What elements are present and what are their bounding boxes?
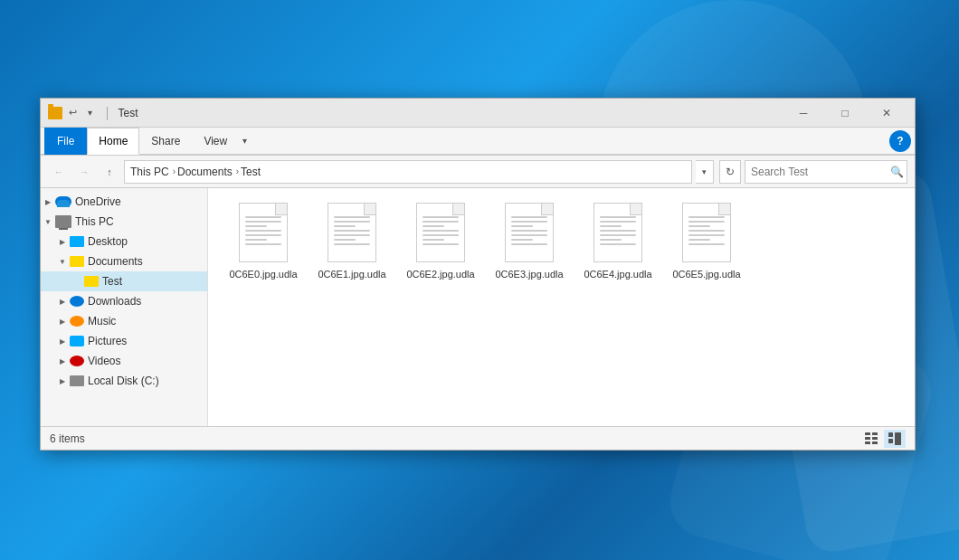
maximize-button[interactable]: □ <box>824 99 866 128</box>
sidebar-item-documents[interactable]: ▼ Documents <box>41 252 207 271</box>
file-item[interactable]: 0C6E1.jpg.udla <box>311 195 393 288</box>
minimize-button[interactable]: ─ <box>783 99 824 128</box>
sidebar-item-pictures[interactable]: ▶ Pictures <box>41 331 207 351</box>
svg-rect-7 <box>895 432 901 445</box>
desktop-icon <box>70 236 84 247</box>
pin-qat-button[interactable]: ▾ <box>82 106 97 120</box>
close-button[interactable]: ✕ <box>866 99 907 128</box>
sidebar-label-videos: Videos <box>88 355 120 367</box>
test-folder-icon <box>84 276 99 287</box>
file-icon <box>505 203 554 262</box>
address-bar: ← → ↑ This PC › Documents › Test ▾ ↻ 🔍 <box>41 156 915 188</box>
file-icon <box>682 203 731 262</box>
file-area: 0C6E0.jpg.udla0C6E1.jpg.udla0C6E2.jpg.ud… <box>208 188 915 426</box>
thispc-icon <box>55 215 71 228</box>
title-bar: ↩ ▾ │ Test ─ □ ✕ <box>41 99 915 128</box>
title-bar-icons: ↩ ▾ <box>48 106 97 120</box>
main-content: ▶ OneDrive ▼ This PC ▶ Desktop ▼ <box>41 188 915 426</box>
search-icon[interactable]: 🔍 <box>890 166 904 178</box>
breadcrumb-this-pc[interactable]: This PC › <box>130 166 177 178</box>
sidebar-item-downloads[interactable]: ▶ Downloads <box>41 291 207 311</box>
sidebar-item-videos[interactable]: ▶ Videos <box>41 351 207 371</box>
tab-share[interactable]: Share <box>139 128 192 155</box>
file-item[interactable]: 0C6E3.jpg.udla <box>489 195 570 288</box>
file-name: 0C6E3.jpg.udla <box>495 268 563 280</box>
sidebar-item-test[interactable]: Test <box>41 271 207 291</box>
tree-toggle-documents[interactable]: ▼ <box>55 254 70 269</box>
folder-qat-icon <box>48 106 62 120</box>
sidebar-label-music: Music <box>88 315 116 327</box>
tree-toggle-music[interactable]: ▶ <box>55 314 70 328</box>
sidebar-label-downloads: Downloads <box>88 295 141 308</box>
sidebar-label-pictures: Pictures <box>88 335 127 347</box>
onedrive-icon <box>55 196 71 207</box>
file-icon <box>416 203 465 262</box>
localdisk-icon <box>70 375 84 386</box>
address-dropdown-button[interactable]: ▾ <box>696 160 714 184</box>
tab-file[interactable]: File <box>44 128 87 155</box>
sidebar-label-onedrive: OneDrive <box>75 195 121 208</box>
window-title: Test <box>119 107 780 119</box>
ribbon-tabs: File Home Share View ▾ ? <box>41 128 915 155</box>
explorer-window: ↩ ▾ │ Test ─ □ ✕ File Home Share View ▾ … <box>40 98 916 451</box>
search-bar[interactable]: 🔍 <box>745 160 907 184</box>
sidebar-label-documents: Documents <box>88 255 143 268</box>
downloads-icon <box>70 296 84 307</box>
svg-rect-1 <box>872 432 878 435</box>
file-icon <box>328 203 376 262</box>
svg-rect-0 <box>865 432 870 435</box>
file-item[interactable]: 0C6E4.jpg.udla <box>577 195 659 288</box>
sidebar-item-desktop[interactable]: ▶ Desktop <box>41 232 207 252</box>
file-name: 0C6E5.jpg.udla <box>672 268 740 280</box>
back-button[interactable]: ← <box>48 161 70 183</box>
breadcrumb-documents[interactable]: Documents › <box>177 166 241 178</box>
details-view-button[interactable] <box>860 430 882 448</box>
svg-rect-6 <box>888 432 893 437</box>
svg-rect-2 <box>865 437 870 440</box>
svg-rect-8 <box>888 439 893 443</box>
videos-icon <box>70 356 84 366</box>
tree-toggle-desktop[interactable]: ▶ <box>55 234 70 249</box>
tree-toggle-downloads[interactable]: ▶ <box>55 294 70 308</box>
documents-icon <box>70 256 84 267</box>
tree-toggle-thispc[interactable]: ▼ <box>41 214 55 229</box>
view-controls <box>860 430 906 448</box>
nav-tree: ▶ OneDrive ▼ This PC ▶ Desktop ▼ <box>41 188 208 426</box>
file-item[interactable]: 0C6E2.jpg.udla <box>400 195 481 288</box>
tree-toggle-pictures[interactable]: ▶ <box>55 334 70 348</box>
search-input[interactable] <box>751 166 887 178</box>
breadcrumb-test[interactable]: Test <box>241 166 261 178</box>
ribbon-expand-button[interactable]: ▾ <box>239 136 251 146</box>
file-name: 0C6E2.jpg.udla <box>406 268 474 280</box>
forward-button[interactable]: → <box>73 161 95 183</box>
title-separator: │ <box>104 107 111 119</box>
refresh-button[interactable]: ↻ <box>719 160 741 184</box>
file-name: 0C6E4.jpg.udla <box>584 268 651 280</box>
file-item[interactable]: 0C6E5.jpg.udla <box>666 195 747 288</box>
large-icons-view-button[interactable] <box>884 430 906 448</box>
up-button[interactable]: ↑ <box>99 161 120 183</box>
sidebar-label-test: Test <box>102 275 122 288</box>
svg-rect-5 <box>872 441 878 444</box>
ribbon: File Home Share View ▾ ? <box>41 128 915 156</box>
tree-toggle-onedrive[interactable]: ▶ <box>41 195 55 209</box>
sidebar-label-localdisk: Local Disk (C:) <box>88 375 159 387</box>
file-name: 0C6E1.jpg.udla <box>318 268 385 280</box>
tab-home[interactable]: Home <box>87 128 139 155</box>
tree-toggle-localdisk[interactable]: ▶ <box>55 374 70 388</box>
tree-toggle-videos[interactable]: ▶ <box>55 354 70 368</box>
sidebar-item-music[interactable]: ▶ Music <box>41 311 207 331</box>
tab-view[interactable]: View <box>192 128 239 155</box>
window-controls: ─ □ ✕ <box>783 99 907 128</box>
help-button[interactable]: ? <box>889 130 911 152</box>
breadcrumb[interactable]: This PC › Documents › Test <box>124 160 692 184</box>
sidebar-item-localdisk[interactable]: ▶ Local Disk (C:) <box>41 371 207 391</box>
pictures-icon <box>70 336 84 346</box>
status-items-count: 6 items <box>50 432 85 445</box>
file-item[interactable]: 0C6E0.jpg.udla <box>223 195 304 288</box>
status-bar: 6 items <box>41 426 915 450</box>
music-icon <box>70 316 84 327</box>
sidebar-item-onedrive[interactable]: ▶ OneDrive <box>41 192 207 212</box>
sidebar-item-thispc[interactable]: ▼ This PC <box>41 212 207 232</box>
undo-qat-button[interactable]: ↩ <box>65 106 80 120</box>
